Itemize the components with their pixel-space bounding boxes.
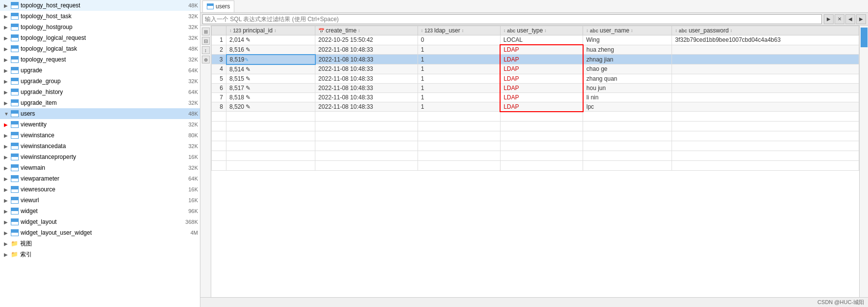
expand-icon-viewresource[interactable]: ▶ [4,187,11,192]
cell-user-name-6: hou jun [583,83,672,92]
sidebar-item-topology_hostgroup[interactable]: ▶topology_hostgroup32K [0,22,200,32]
sidebar-item-widget_layout_user_widget[interactable]: ▶widget_layout_user_widget4M [0,227,200,238]
expand-icon-viewinstancedata[interactable]: ▶ [4,144,11,149]
cell-principal-id-6[interactable]: 8,517 ✎ [226,83,315,92]
sidebar-item-viewinstance[interactable]: ▶viewinstance80K [0,130,200,141]
filter-buttons: ▶ ✕ ◀ ▶ [824,14,866,24]
expand-icon-topology_logical_request[interactable]: ▶ [4,35,11,41]
sidebar-group-视图[interactable]: ▶ 📁 视图 [0,238,200,249]
group-expand-索引[interactable]: ▶ [4,252,11,257]
sidebar-item-topology_logical_task[interactable]: ▶topology_logical_task48K [0,43,200,54]
tab-table-icon [207,3,214,9]
cell-ldap-user-3: 1 [418,55,500,64]
expand-icon-upgrade_group[interactable]: ▶ [4,79,11,84]
table-icon-viewinstanceproperty [11,154,19,160]
sidebar-item-upgrade[interactable]: ▶upgrade64K [0,65,200,76]
expand-icon-viewinstanceproperty[interactable]: ▶ [4,154,11,160]
cell-principal-id-5[interactable]: 8,515 ✎ [226,74,315,83]
expand-icon-viewparameter[interactable]: ▶ [4,176,11,182]
expand-icon-viewmain[interactable]: ▶ [4,165,11,171]
table-row-4[interactable]: 48,514 ✎2022-11-08 10:48:331LDAPchao ge [212,64,859,74]
sidebar-item-viewresource[interactable]: ▶viewresource16K [0,184,200,195]
sidebar-item-label-viewresource: viewresource [21,186,184,193]
sidebar-item-upgrade_group[interactable]: ▶upgrade_group32K [0,76,200,87]
sidebar-item-size-viewmain: 32K [188,165,198,171]
table-row-8[interactable]: 88,520 ✎2022-11-08 10:48:331LDAPlpc [212,102,859,112]
sidebar-item-viewinstanceproperty[interactable]: ▶viewinstanceproperty16K [0,152,200,162]
expand-icon-topology_host_task[interactable]: ▶ [4,14,11,19]
sidebar-item-label-viewparameter: viewparameter [21,175,184,182]
right-scroll-thumb[interactable] [861,28,868,47]
sidebar-item-widget_layout[interactable]: ▶widget_layout368K [0,216,200,227]
cell-user-name-5: zhang quan [583,74,672,83]
sidebar-item-upgrade_history[interactable]: ▶upgrade_history64K [0,87,200,97]
cell-principal-id-7[interactable]: 8,518 ✎ [226,92,315,102]
sidebar-item-viewentity[interactable]: ▶viewentity32K [0,119,200,130]
group-expand-视图[interactable]: ▶ [4,241,11,246]
sidebar-item-size-upgrade: 64K [188,67,198,73]
expand-icon-widget_layout_user_widget[interactable]: ▶ [4,230,11,236]
toolbar-icon-4[interactable]: ⊕ [202,56,210,63]
toolbar-icon-1[interactable]: ⊞ [202,28,210,35]
sidebar-group-索引[interactable]: ▶ 📁 索引 [0,249,200,260]
table-row-7[interactable]: 78,518 ✎2022-11-08 10:48:331LDAPli nin [212,92,859,102]
cell-principal-id-3[interactable]: 8,519✎ [226,55,315,64]
filter-prev-btn[interactable]: ◀ [845,14,855,24]
cell-user-type-8: LDAP [500,102,583,112]
table-row-6[interactable]: 68,517 ✎2022-11-08 10:48:331LDAPhou jun [212,83,859,92]
expand-icon-users[interactable]: ▼ [4,111,11,117]
tab-users[interactable]: users [202,0,234,12]
table-icon-viewresource [11,186,19,193]
table-icon-widget [11,208,19,215]
cell-ldap-user-1: 0 [418,35,500,45]
sidebar-item-viewmain[interactable]: ▶viewmain32K [0,162,200,173]
expand-icon-upgrade_history[interactable]: ▶ [4,90,11,95]
watermark-text: CSDN @HUC-城阳 [817,299,864,306]
sidebar-item-size-viewresource: 16K [188,186,198,192]
sidebar-item-upgrade_item[interactable]: ▶upgrade_item32K [0,97,200,108]
sidebar-item-label-topology_host_request: topology_host_request [21,2,184,9]
cell-principal-id-1[interactable]: 2,014 ✎ [226,35,315,45]
filter-clear-btn[interactable]: ✕ [835,14,844,24]
cell-principal-id-8[interactable]: 8,520 ✎ [226,102,315,112]
sidebar-item-widget[interactable]: ▶widget96K [0,206,200,216]
expand-icon-widget_layout[interactable]: ▶ [4,219,11,225]
filter-next-btn[interactable]: ▶ [856,14,866,24]
table-row-5[interactable]: 58,515 ✎2022-11-08 10:48:331LDAPzhang qu… [212,74,859,83]
cell-principal-id-2[interactable]: 8,516 ✎ [226,45,315,55]
cell-principal-id-4[interactable]: 8,514 ✎ [226,64,315,74]
sidebar-item-topology_host_task[interactable]: ▶topology_host_task32K [0,11,200,22]
expand-icon-upgrade[interactable]: ▶ [4,68,11,73]
cell-ldap-user-4: 1 [418,64,500,74]
expand-icon-viewurl[interactable]: ▶ [4,198,11,203]
expand-icon-viewinstance[interactable]: ▶ [4,133,11,138]
filter-input[interactable] [202,14,822,24]
sidebar-item-size-upgrade_item: 32K [188,100,198,106]
sidebar-item-size-topology_host_request: 48K [188,2,198,8]
table-icon-viewinstancedata [11,143,19,150]
sidebar-item-topology_request[interactable]: ▶topology_request32K [0,54,200,65]
expand-icon-topology_request[interactable]: ▶ [4,57,11,62]
sidebar-item-viewparameter[interactable]: ▶viewparameter64K [0,173,200,184]
table-row-1[interactable]: 12,014 ✎2022-10-25 15:50:420LOCALWing3f3… [212,35,859,45]
sidebar-item-users[interactable]: ▼users48K [0,108,200,119]
cell-user-password-1: 3f32b79ced1bb9bee1007cbd04c4a4b63 [672,35,859,45]
expand-icon-viewentity[interactable]: ▶ [4,122,11,127]
expand-icon-topology_hostgroup[interactable]: ▶ [4,25,11,30]
expand-icon-widget[interactable]: ▶ [4,209,11,214]
toolbar-icon-2[interactable]: ⊟ [202,37,210,45]
cell-user-password-7 [672,92,859,102]
table-row-3[interactable]: 38,519✎2022-11-08 10:48:331LDAPzhnag jia… [212,55,859,64]
expand-icon-upgrade_item[interactable]: ▶ [4,100,11,106]
cell-user-type-4: LDAP [500,64,583,74]
toolbar-icon-3[interactable]: ↕ [202,46,210,54]
sidebar-item-topology_host_request[interactable]: ▶topology_host_request48K [0,0,200,11]
filter-apply-btn[interactable]: ▶ [824,14,834,24]
expand-icon-topology_host_request[interactable]: ▶ [4,3,11,8]
sidebar-item-viewinstancedata[interactable]: ▶viewinstancedata32K [0,141,200,152]
cell-rownum-4: 4 [212,64,226,74]
expand-icon-topology_logical_task[interactable]: ▶ [4,46,11,52]
sidebar-item-topology_logical_request[interactable]: ▶topology_logical_request32K [0,32,200,43]
table-row-2[interactable]: 28,516 ✎2022-11-08 10:48:331LDAPhua zhen… [212,45,859,55]
sidebar-item-viewurl[interactable]: ▶viewurl16K [0,195,200,206]
